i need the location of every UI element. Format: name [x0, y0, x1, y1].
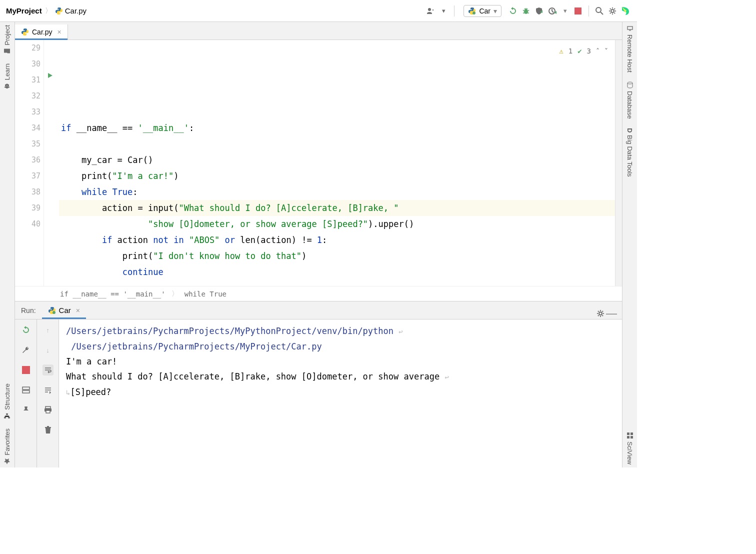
editor-scrollbar[interactable] [615, 40, 622, 286]
breadcrumb-bar: if __name__ == '__main__' 〉 while True [15, 286, 622, 301]
chevron-right-icon: 〉 [172, 290, 178, 298]
svg-rect-20 [630, 432, 633, 435]
tool-sciview[interactable]: SciView [626, 432, 634, 464]
soft-wrap-glyph: ↩ [398, 328, 402, 336]
layout-icon[interactable] [20, 384, 32, 396]
svg-rect-8 [4, 417, 6, 418]
tool-learn[interactable]: Learn [4, 64, 11, 90]
svg-rect-17 [628, 26, 632, 30]
run-header: Run: Car × — [15, 302, 622, 320]
breadcrumb-project[interactable]: MyProject [6, 6, 42, 15]
dropdown-chevron-icon[interactable]: ▾ [438, 6, 449, 16]
code-line[interactable]: continue [59, 264, 615, 280]
console-output-line: What should I do? [A]ccelerate, [B]rake,… [66, 372, 440, 382]
debug-icon[interactable] [520, 6, 532, 16]
add-user-icon[interactable] [425, 6, 436, 16]
run-line-icon[interactable] [46, 72, 54, 79]
left-tool-strip: Project Learn Structure Favorites [0, 22, 15, 468]
code-line[interactable] [59, 136, 615, 152]
svg-point-5 [596, 8, 601, 12]
svg-rect-19 [627, 432, 630, 435]
prev-highlight-icon[interactable]: ˄ [596, 43, 600, 59]
python-file-icon [55, 7, 63, 15]
gear-icon[interactable] [607, 6, 618, 16]
code-line[interactable]: my_car = Car() [59, 152, 615, 168]
svg-rect-16 [46, 410, 50, 413]
close-icon[interactable]: × [57, 28, 61, 36]
run-tab-label: Car [59, 306, 71, 314]
console-script-path: /Users/jetbrains/PycharmProjects/MyProje… [71, 342, 322, 352]
close-icon[interactable]: × [76, 306, 80, 314]
search-icon[interactable] [594, 6, 605, 16]
hide-icon[interactable]: — [606, 308, 617, 319]
console-output-line: I'm a car! [66, 354, 615, 369]
pin-icon[interactable] [20, 404, 32, 416]
code-line[interactable]: print("I don't know how to do that") [59, 248, 615, 264]
chevron-right-icon: 〉 [45, 6, 52, 16]
scroll-to-end-icon[interactable] [42, 384, 54, 396]
wrench-icon[interactable] [20, 344, 32, 356]
dropdown-chevron-icon[interactable]: ▾ [560, 6, 570, 16]
line-number-gutter: 293031323334353637383940 [15, 40, 44, 286]
crumb-while[interactable]: while True [184, 290, 226, 298]
run-tab-car[interactable]: Car × [42, 303, 86, 319]
svg-point-18 [628, 82, 632, 84]
crumb-if-main[interactable]: if __name__ == '__main__' [60, 290, 166, 298]
soft-wrap-glyph: ↩ [444, 373, 448, 381]
rerun-icon[interactable] [20, 324, 32, 336]
tool-project[interactable]: Project [4, 25, 11, 54]
svg-rect-9 [6, 414, 8, 415]
inspection-widget[interactable]: ⚠ 1 ✔ 3 ˄ ˅ [559, 43, 608, 59]
code-line[interactable]: action = input("What should I do? [A]cce… [59, 200, 615, 216]
editor-tab-label: Car.py [32, 28, 52, 36]
tool-favorites[interactable]: Favorites [4, 428, 11, 464]
console-python-path: /Users/jetbrains/PycharmProjects/MyPytho… [66, 326, 394, 336]
run-console[interactable]: /Users/jetbrains/PycharmProjects/MyPytho… [59, 320, 622, 468]
stop-icon[interactable] [20, 364, 32, 376]
next-highlight-icon[interactable]: ˅ [604, 43, 608, 59]
svg-point-2 [472, 12, 476, 14]
code-line[interactable] [59, 104, 615, 120]
editor-tabs: Car.py × [15, 22, 622, 40]
code-area[interactable]: ⚠ 1 ✔ 3 ˄ ˅ if __name__ == '__main__': m… [59, 40, 615, 286]
trash-icon[interactable] [42, 424, 54, 436]
gutter-icons [44, 40, 59, 286]
code-line[interactable]: print("I'm a car!") [59, 168, 615, 184]
up-arrow-icon[interactable]: ↑ [42, 324, 54, 336]
gear-icon[interactable] [595, 308, 606, 319]
run-label: Run: [21, 306, 36, 314]
run-configuration-selector[interactable]: Car ▾ [464, 5, 502, 17]
code-line[interactable] [59, 88, 615, 104]
code-line[interactable]: "show [O]dometer, or show average [S]pee… [59, 216, 615, 232]
ok-count: 3 [587, 43, 591, 59]
code-line[interactable]: while True: [59, 184, 615, 200]
profile-icon[interactable] [546, 6, 558, 16]
code-line[interactable]: if action not in "ABOS" or len(action) !… [59, 232, 615, 248]
breadcrumb-file[interactable]: Car.py [55, 6, 86, 15]
breadcrumb: MyProject 〉 Car.py [6, 6, 86, 16]
soft-wrap-icon[interactable] [42, 364, 54, 376]
rerun-icon[interactable] [508, 6, 518, 16]
checkmark-icon: ✔ [578, 43, 582, 59]
tool-big-data[interactable]: D Big Data Tools [626, 128, 634, 177]
tool-database[interactable]: Database [626, 82, 634, 119]
run-tool-window: Run: Car × — ↑ [15, 302, 622, 468]
code-line[interactable]: if __name__ == '__main__': [59, 120, 615, 136]
run-coverage-icon[interactable] [534, 6, 544, 16]
run-config-label: Car [479, 7, 490, 15]
run-left-toolbar-2: ↑ ↓ [37, 320, 59, 468]
print-icon[interactable] [42, 404, 54, 416]
svg-rect-13 [22, 390, 30, 393]
svg-point-1 [60, 13, 60, 14]
tool-structure[interactable]: Structure [4, 384, 11, 420]
stop-icon[interactable] [572, 6, 584, 16]
svg-rect-12 [22, 387, 30, 390]
editor-body[interactable]: 293031323334353637383940 ⚠ 1 ✔ 3 ˄ ˅ [15, 40, 622, 286]
down-arrow-icon[interactable]: ↓ [42, 344, 54, 356]
jetbrains-icon[interactable] [620, 6, 631, 16]
tool-remote-host[interactable]: Remote Host [626, 25, 634, 72]
warning-count: 1 [568, 43, 572, 59]
warning-icon: ⚠ [559, 43, 563, 59]
editor-tab-car[interactable]: Car.py × [15, 24, 68, 40]
editor-pane: Car.py × 293031323334353637383940 ⚠ 1 ✔ [15, 22, 622, 302]
